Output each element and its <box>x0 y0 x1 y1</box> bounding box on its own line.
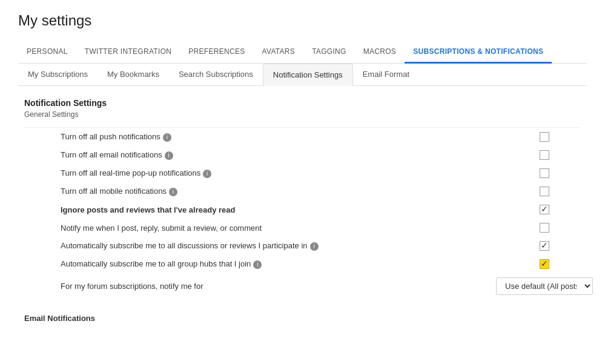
settings-row-label-6: Automatically subscribe me to all discus… <box>24 241 508 251</box>
email-section-label: Email Notifications <box>24 314 581 323</box>
info-icon[interactable]: i <box>165 151 173 160</box>
settings-row-label-3: Turn off all mobile notificationsi <box>24 187 508 196</box>
top-nav-item-tagging[interactable]: TAGGING <box>303 41 355 63</box>
settings-row-control-4 <box>508 205 581 214</box>
checkbox-6[interactable] <box>540 241 549 251</box>
settings-row-control-5 <box>508 223 581 233</box>
info-icon[interactable]: i <box>253 260 262 269</box>
settings-row: Automatically subscribe me to all group … <box>24 255 581 273</box>
settings-row: Turn off all email notificationsi <box>24 146 581 164</box>
top-nav-item-avatars[interactable]: AVATARS <box>254 41 304 63</box>
settings-row-label-7: Automatically subscribe me to all group … <box>24 259 508 269</box>
info-icon[interactable]: i <box>169 188 177 196</box>
settings-row-control-2 <box>508 168 581 178</box>
info-icon[interactable]: i <box>163 133 171 142</box>
settings-row-control-8: Use default (All posts)All postsReplies … <box>508 277 581 295</box>
sub-nav-item-my-bookmarks[interactable]: My Bookmarks <box>98 64 169 85</box>
settings-row: Automatically subscribe me to all discus… <box>24 237 581 255</box>
settings-row: Ignore posts and reviews that I've alrea… <box>24 200 581 219</box>
top-nav-item-personal[interactable]: PERSONAL <box>18 41 76 63</box>
settings-row: Notify me when I post, reply, submit a r… <box>24 219 581 237</box>
settings-row: Turn off all mobile notificationsi <box>24 182 581 200</box>
section-subtitle: General Settings <box>24 110 581 119</box>
checkbox-7[interactable] <box>540 259 549 269</box>
settings-row-control-1 <box>508 150 581 160</box>
info-icon[interactable]: i <box>203 170 211 178</box>
settings-row-control-6 <box>508 241 581 251</box>
top-nav: PERSONALTWITTER INTEGRATIONPREFERENCESAV… <box>18 41 587 64</box>
checkbox-0[interactable] <box>540 132 549 142</box>
settings-row-label-8: For my forum subscriptions, notify me fo… <box>24 282 508 291</box>
top-nav-item-preferences[interactable]: PREFERENCES <box>180 41 253 63</box>
sub-nav-item-email-format[interactable]: Email Format <box>353 64 419 85</box>
top-nav-item-macros[interactable]: MACROS <box>355 41 405 63</box>
sub-nav: My SubscriptionsMy BookmarksSearch Subsc… <box>18 64 587 86</box>
settings-row: For my forum subscriptions, notify me fo… <box>24 273 581 299</box>
top-nav-item-subscriptions-&-notifications[interactable]: SUBSCRIPTIONS & NOTIFICATIONS <box>405 41 552 64</box>
settings-row-control-0 <box>508 132 581 142</box>
settings-row-label-1: Turn off all email notificationsi <box>24 150 508 160</box>
settings-row-label-0: Turn off all push notificationsi <box>24 132 508 142</box>
settings-row-label-5: Notify me when I post, reply, submit a r… <box>24 223 508 233</box>
forum-subscription-select[interactable]: Use default (All posts)All postsReplies … <box>496 277 593 295</box>
section-title: Notification Settings <box>24 98 581 108</box>
top-nav-item-twitter-integration[interactable]: TWITTER INTEGRATION <box>76 41 180 63</box>
settings-row-label-2: Turn off all real-time pop-up notificati… <box>24 168 508 178</box>
sub-nav-item-my-subscriptions[interactable]: My Subscriptions <box>18 64 98 85</box>
info-icon[interactable]: i <box>310 242 319 251</box>
checkbox-3[interactable] <box>540 187 549 196</box>
checkbox-2[interactable] <box>540 168 549 178</box>
settings-row: Turn off all real-time pop-up notificati… <box>24 164 581 182</box>
checkbox-1[interactable] <box>540 150 549 160</box>
checkbox-5[interactable] <box>540 223 549 233</box>
settings-row-label-4: Ignore posts and reviews that I've alrea… <box>24 205 508 214</box>
settings-row-control-7 <box>508 259 581 269</box>
checkbox-4[interactable] <box>540 205 549 214</box>
settings-rows-container: Turn off all push notificationsiTurn off… <box>24 127 581 299</box>
page-container: My settings PERSONALTWITTER INTEGRATIONP… <box>0 0 605 335</box>
page-title: My settings <box>18 12 587 29</box>
content-area: Notification Settings General Settings T… <box>18 98 587 323</box>
settings-row: Turn off all push notificationsi <box>24 128 581 146</box>
sub-nav-item-search-subscriptions[interactable]: Search Subscriptions <box>169 64 263 85</box>
settings-row-control-3 <box>508 187 581 196</box>
sub-nav-item-notification-settings[interactable]: Notification Settings <box>263 64 353 86</box>
